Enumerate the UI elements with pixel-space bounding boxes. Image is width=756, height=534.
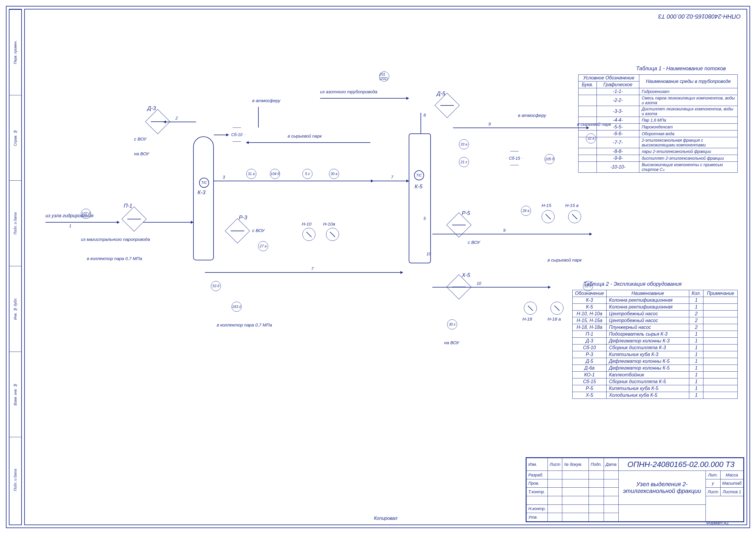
table-cell: 2 <box>689 310 703 317</box>
pump-h15 <box>542 210 554 223</box>
table-cell: Оборотная вода <box>639 130 737 137</box>
table-cell: 1 <box>689 304 703 310</box>
table-cell: Колонна ректификационная <box>607 304 689 310</box>
doc-code-mirrored: ОПНН-24080165-02.00.000 Т3 <box>658 13 741 20</box>
table-cell: Р-5 <box>573 385 607 392</box>
pump-h10a <box>326 228 339 241</box>
table-cell: -1-1- <box>597 88 639 95</box>
table-cell: Кипятильник куба К-3 <box>607 351 689 358</box>
table-cell <box>703 338 738 344</box>
table-cell: Н-10, Н-10а <box>573 310 607 317</box>
doc-code: ОПНН-24080165-02.00.000 Т3 <box>618 458 743 471</box>
table-cell <box>703 351 738 358</box>
label-atm-1: в атмосферу <box>252 98 280 103</box>
tag-28a: 28 а <box>521 206 531 216</box>
table-cell <box>579 124 597 130</box>
table-cell: Кипятильник куба К-5 <box>607 385 689 392</box>
label-to-feed-1: в сырьевой парк <box>288 133 322 139</box>
table-cell: Сборник дистиллята К-5 <box>607 378 689 385</box>
table2-title: Таблица 2 - Экспликация оборудования <box>583 281 682 287</box>
table-cell: 1 <box>689 351 703 358</box>
line-feed-1 <box>45 222 119 223</box>
table-cell: -5-5- <box>597 124 639 130</box>
table-cell: 2-этилгексанольная фракция с высококипящ… <box>639 137 737 148</box>
table-cell: Дефлегматор колонны К-5 <box>607 365 689 372</box>
table-cell <box>703 385 738 392</box>
tag-31a: 31 а <box>246 169 256 179</box>
column-k5 <box>409 133 431 263</box>
table-cell: Д-5 <box>573 358 607 365</box>
table-cell <box>703 324 738 331</box>
label-k3: К-3 <box>198 190 205 196</box>
table-cell: -9-9- <box>597 155 639 162</box>
table-cell <box>579 88 597 95</box>
tag-107d: 107 д <box>81 209 91 219</box>
table-cell: -4-4- <box>597 117 639 124</box>
format-note: Формат А1 <box>706 521 729 525</box>
table-cell: Дефлегматор колонны К-3 <box>607 338 689 344</box>
table-cell: Дистиллят легкокипящих компонентов, воды… <box>639 106 737 117</box>
table-cell <box>703 365 738 372</box>
table-cell: Сб-15 <box>573 378 607 385</box>
label-steam-collector: в коллектор пара 0,7 МПа <box>87 256 142 261</box>
tag-163g: 163 г <box>231 302 242 312</box>
label-n2: из азотного трубопровода <box>320 89 377 94</box>
table2-equipment: Обозначение Наименование Кол. Примечание… <box>572 290 738 399</box>
table-cell: 1 <box>689 297 703 304</box>
table-cell: Х-5 <box>573 392 607 399</box>
table-cell: 1 <box>689 385 703 392</box>
table-cell: Пароконденсат <box>639 124 737 130</box>
table-cell <box>703 378 738 385</box>
table-cell: П-1 <box>573 331 607 338</box>
bottom-copied: Копировал <box>374 516 397 521</box>
table-cell <box>579 148 597 155</box>
table-cell <box>703 358 738 365</box>
table-cell <box>703 304 738 310</box>
table-cell <box>579 137 597 148</box>
pump-h18a <box>551 302 563 315</box>
tag-27a: 27 а <box>258 241 268 251</box>
table-cell: 1 <box>689 378 703 385</box>
table-cell: Гидрогенизат <box>639 88 737 95</box>
pump-h15a <box>568 210 581 223</box>
table-cell: 1 <box>689 358 703 365</box>
table-cell <box>579 95 597 106</box>
label-r3: Р-3 <box>239 215 247 221</box>
tag-5g: 5 г <box>302 169 312 179</box>
pump-h10 <box>302 228 315 241</box>
table-cell: 1 <box>689 372 703 378</box>
vessel-sb15: Сб-15 <box>506 151 523 165</box>
table-cell <box>703 344 738 351</box>
tag-30a: 30 а <box>329 169 339 179</box>
table-cell: Каплеотбойник <box>607 372 689 378</box>
label-s-vou: с ВОУ <box>134 136 147 141</box>
table-cell: 1 <box>689 344 703 351</box>
table-cell <box>579 162 597 173</box>
table-cell: Дефлегматор колонны К-5 <box>607 358 689 365</box>
table-cell: Смесь паров легкокипящих компонентов, во… <box>639 95 737 106</box>
table-cell: Д-6а <box>573 365 607 372</box>
table-cell: Пар 1,6 МПа <box>639 117 737 124</box>
table-cell: Д-3 <box>573 338 607 344</box>
table-cell <box>579 155 597 162</box>
table1-title: Таблица 1 - Наименование потоков <box>636 66 726 72</box>
table-cell: 1 <box>689 338 703 344</box>
table-cell: Плунжерный насос <box>607 324 689 331</box>
tag-201: 201 (202) <box>379 71 389 81</box>
table-cell: Н-18, Н-18а <box>573 324 607 331</box>
title-block: Изм. Лист № докум. Подп. Дата ОПНН-24080… <box>526 457 744 522</box>
column-k3 <box>193 136 214 260</box>
table-cell: Подогреватель сырья К-3 <box>607 331 689 338</box>
table-cell: пары 2-этилгексанольной фракции <box>639 148 737 155</box>
tag-21g: 21 г <box>459 157 469 167</box>
label-d3: Д-3 <box>148 105 156 112</box>
table-cell <box>703 297 738 304</box>
label-na-vou: на ВОУ <box>134 151 149 156</box>
drawing-title: Узел выделения 2-этилгексанольной фракци… <box>618 471 706 505</box>
label-k5: К-5 <box>415 184 422 190</box>
instr-k3: TIC <box>199 178 209 188</box>
table-cell: -7-7- <box>597 137 639 148</box>
table-cell: 2 <box>689 317 703 324</box>
table-cell: -3-3- <box>597 106 639 117</box>
label-p1: П-1 <box>124 203 132 209</box>
